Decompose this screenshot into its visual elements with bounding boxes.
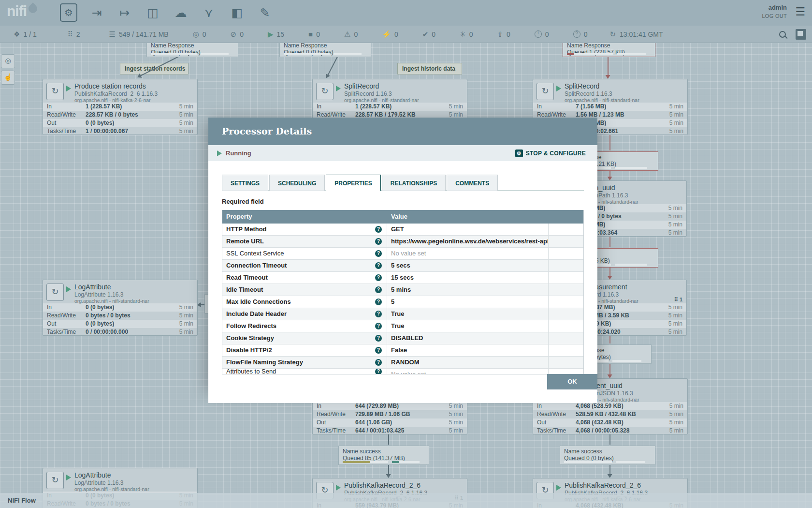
help-icon[interactable]: ? bbox=[375, 359, 382, 366]
processor-stats: In0 (0 bytes)5 minRead/Write0 bytes / 0 … bbox=[43, 303, 197, 336]
tab-scheduling[interactable]: SCHEDULING bbox=[269, 175, 325, 191]
queue-progress-bars bbox=[343, 461, 425, 463]
property-row: Cookie Strategy?DISABLED bbox=[222, 332, 583, 344]
property-value[interactable]: No value set bbox=[387, 369, 549, 374]
property-value[interactable]: True bbox=[387, 320, 549, 332]
global-menu-icon[interactable]: ☰ bbox=[795, 5, 805, 18]
property-name: Idle Timeout? bbox=[222, 284, 387, 296]
help-icon[interactable]: ? bbox=[375, 369, 382, 374]
label-icon[interactable]: ✎ bbox=[256, 3, 274, 22]
operate-panel-toggle-icon[interactable] bbox=[796, 29, 806, 40]
status-item: ⚡0 bbox=[382, 30, 398, 39]
property-value[interactable]: https://www.pegelonline.wsv.de/webservic… bbox=[387, 236, 549, 247]
funnel-icon[interactable]: ⋎ bbox=[200, 3, 218, 22]
logout-link[interactable]: LOG OUT bbox=[762, 13, 787, 19]
help-icon[interactable]: ? bbox=[375, 311, 382, 317]
property-value[interactable]: 5 mins bbox=[387, 284, 549, 296]
stat-value: 0 (0 bytes) bbox=[86, 320, 114, 328]
help-icon[interactable]: ? bbox=[375, 335, 382, 342]
property-value[interactable]: 5 secs bbox=[387, 260, 549, 271]
help-icon[interactable]: ? bbox=[375, 250, 382, 257]
tab-properties[interactable]: PROPERTIES bbox=[326, 175, 380, 191]
processor-icon[interactable]: ⚙ bbox=[60, 3, 77, 22]
property-value[interactable]: False bbox=[387, 344, 549, 356]
property-value[interactable]: 15 secs bbox=[387, 272, 549, 284]
status-count: 549 / 141.71 MB bbox=[119, 30, 169, 38]
stat-window: 5 min bbox=[669, 127, 683, 135]
disabled-icon: ⚡ bbox=[382, 30, 391, 39]
help-icon[interactable]: ? bbox=[375, 226, 382, 233]
sync-failure-icon: ? bbox=[573, 30, 580, 38]
connection-queue-label[interactable]: Name successQueued 85 (141.37 MB) bbox=[338, 446, 429, 465]
process-group-icon[interactable]: ◫ bbox=[144, 3, 161, 22]
stat-value: 1 / 00:00:00.067 bbox=[86, 127, 128, 135]
ok-button[interactable]: OK bbox=[547, 374, 597, 389]
input-port-icon[interactable]: ⇥ bbox=[88, 3, 105, 22]
processor-name: SplitRecord bbox=[565, 82, 599, 90]
stat-window: 5 min bbox=[668, 229, 682, 237]
dialog-body: SETTINGSSCHEDULINGPROPERTIESRELATIONSHIP… bbox=[208, 175, 597, 403]
connection-queue-label[interactable]: Name successQueued 0 (0 bytes) bbox=[560, 446, 655, 465]
tab-settings[interactable]: SETTINGS bbox=[222, 175, 268, 191]
arrowhead-icon bbox=[386, 474, 391, 478]
crosshair-icon[interactable]: ◎ bbox=[1, 54, 15, 68]
toolbar: nifi ⚙⇥↦◫☁⋎◧✎ admin LOG OUT ☰ bbox=[0, 0, 812, 26]
status-bar: ❖1 / 1⠿2☰549 / 141.71 MB◎0⊘0▶15■0⚠0⚡0✔0✳… bbox=[0, 26, 812, 43]
connection-line bbox=[609, 135, 610, 150]
dialog-status-bar: Running ⚙ STOP & CONFIGURE bbox=[208, 145, 597, 161]
stat-label: Out bbox=[537, 418, 546, 427]
hand-icon[interactable]: ☝ bbox=[1, 71, 15, 85]
running-icon bbox=[217, 150, 222, 156]
stop-configure-button[interactable]: ⚙ STOP & CONFIGURE bbox=[515, 149, 586, 157]
property-value[interactable]: No value set bbox=[387, 248, 549, 259]
processor-type-icon: ↻ bbox=[536, 83, 554, 100]
property-value[interactable]: DISABLED bbox=[387, 332, 549, 344]
property-value[interactable]: 5 bbox=[387, 296, 549, 308]
stat-window: 5 min bbox=[669, 402, 683, 410]
row-spacer bbox=[549, 296, 583, 308]
stat-window: 5 min bbox=[179, 312, 193, 320]
help-icon[interactable]: ? bbox=[375, 347, 382, 354]
flow-label[interactable]: Ingest historic data bbox=[397, 63, 462, 75]
help-icon[interactable]: ? bbox=[375, 286, 382, 293]
search-icon[interactable] bbox=[779, 31, 786, 38]
help-icon[interactable]: ? bbox=[375, 299, 382, 305]
queue-progress-bars bbox=[567, 53, 651, 55]
row-spacer bbox=[549, 272, 583, 284]
processor-type-icon: ↻ bbox=[46, 284, 64, 301]
stat-row: Out0 (0 bytes)5 min bbox=[43, 320, 197, 328]
help-icon[interactable]: ? bbox=[375, 323, 382, 329]
status-item: ☰549 / 141.71 MB bbox=[109, 30, 169, 39]
processor[interactable]: ↻ LogAttribute LogAttribute 1.16.3 org.a… bbox=[43, 280, 198, 336]
property-value[interactable]: GET bbox=[387, 224, 549, 235]
queue-progress-bar bbox=[151, 53, 197, 55]
help-icon[interactable]: ? bbox=[375, 274, 382, 281]
processor[interactable]: ↻ Produce station records PublishKafkaRe… bbox=[43, 79, 198, 135]
property-row: Read Timeout?15 secs bbox=[222, 272, 583, 284]
stat-window: 5 min bbox=[668, 328, 682, 336]
output-port-icon[interactable]: ↦ bbox=[116, 3, 133, 22]
tab-comments[interactable]: COMMENTS bbox=[447, 175, 498, 191]
help-icon[interactable]: ? bbox=[375, 262, 382, 269]
property-row: Max Idle Connections?5 bbox=[222, 296, 583, 308]
stat-label: Read/Write bbox=[537, 410, 566, 418]
template-icon[interactable]: ◧ bbox=[228, 3, 246, 22]
stat-window: 5 min bbox=[668, 221, 682, 229]
gear-icon: ⚙ bbox=[515, 149, 523, 157]
breadcrumb-label[interactable]: NiFi Flow bbox=[8, 497, 36, 504]
stat-window: 5 min bbox=[449, 103, 463, 111]
breadcrumb[interactable]: NiFi Flow bbox=[0, 493, 812, 508]
queue-progress-bar bbox=[612, 360, 642, 362]
tab-relationships[interactable]: RELATIONSHIPS bbox=[382, 175, 446, 191]
stat-window: 5 min bbox=[449, 402, 463, 410]
property-value[interactable]: True bbox=[387, 308, 549, 320]
help-icon[interactable]: ? bbox=[375, 238, 382, 245]
property-row: Idle Timeout?5 mins bbox=[222, 284, 583, 296]
property-row: Remote URL?https://www.pegelonline.wsv.d… bbox=[222, 236, 583, 248]
remote-process-group-icon[interactable]: ☁ bbox=[172, 3, 189, 22]
row-spacer bbox=[549, 320, 583, 332]
queue-progress-bar bbox=[284, 53, 330, 55]
status-item: ⇧0 bbox=[497, 30, 510, 39]
refresh-icon[interactable]: ↻ bbox=[609, 30, 616, 39]
property-value[interactable]: RANDOM bbox=[387, 357, 549, 368]
